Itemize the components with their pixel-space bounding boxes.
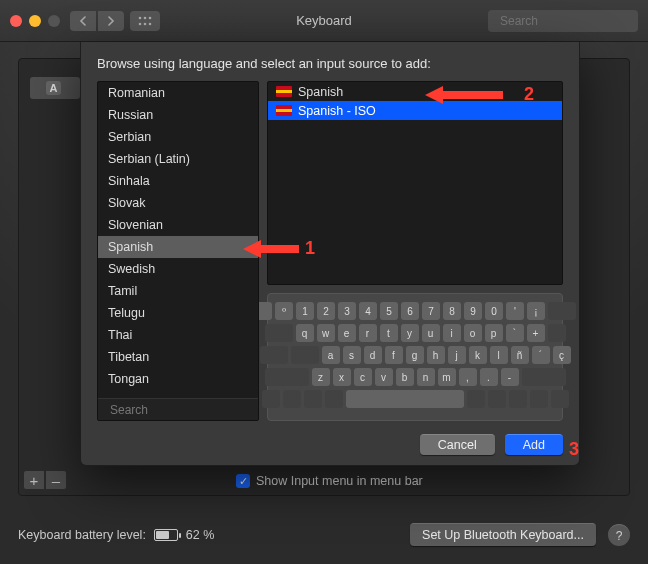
key [265,324,293,342]
key: 4 [359,302,377,320]
add-remove-sources: + – [23,470,67,490]
key [530,390,548,408]
source-item[interactable]: Spanish - ISO [268,101,562,120]
key: x [333,368,351,386]
key [260,346,288,364]
language-item[interactable]: Tibetan [98,346,258,368]
source-list[interactable]: SpanishSpanish - ISO [267,81,563,285]
key [467,390,485,408]
minimize-window-button[interactable] [29,15,41,27]
key: ´ [532,346,550,364]
zoom-window-button [48,15,60,27]
key: y [401,324,419,342]
language-item[interactable]: Slovak [98,192,258,214]
language-item[interactable]: Russian [98,104,258,126]
show-input-menu-checkbox[interactable]: ✓ [236,474,250,488]
key: 7 [422,302,440,320]
window-controls [10,15,60,27]
language-search-input[interactable] [108,402,259,418]
input-source-item-behind [30,77,80,99]
source-item[interactable]: Spanish [268,82,562,101]
nav-buttons [70,11,124,31]
key: v [375,368,393,386]
key: ç [553,346,571,364]
key [551,390,569,408]
svg-point-4 [144,22,147,25]
language-list[interactable]: RomanianRussianSerbianSerbian (Latin)Sin… [97,81,259,421]
show-input-menu-label: Show Input menu in menu bar [256,474,423,488]
help-button[interactable]: ? [608,524,630,546]
battery-status: Keyboard battery level: 62 % [18,528,214,542]
language-search[interactable] [98,398,258,420]
language-item[interactable]: Slovenian [98,214,258,236]
source-label: Spanish [298,85,343,99]
battery-percent: 62 % [186,528,215,542]
key [548,302,576,320]
language-item[interactable]: Thai [98,324,258,346]
key [265,368,309,386]
language-item[interactable]: Tongan [98,368,258,390]
key: t [380,324,398,342]
key [262,390,280,408]
key: w [317,324,335,342]
language-item[interactable]: Romanian [98,82,258,104]
key: . [480,368,498,386]
key: 2 [317,302,335,320]
key: 3 [338,302,356,320]
key: b [396,368,414,386]
prefs-search[interactable] [488,10,638,32]
language-item[interactable]: Telugu [98,302,258,324]
close-window-button[interactable] [10,15,22,27]
key: p [485,324,503,342]
key: º [275,302,293,320]
key: m [438,368,456,386]
language-item[interactable]: Serbian [98,126,258,148]
language-item[interactable]: Swedish [98,258,258,280]
prefs-search-input[interactable] [498,13,648,29]
language-item[interactable]: Spanish [98,236,258,258]
key [346,390,464,408]
add-source-button[interactable]: + [23,470,45,490]
key: h [427,346,445,364]
key: u [422,324,440,342]
show-input-menu-row[interactable]: ✓ Show Input menu in menu bar [236,474,423,488]
key: ' [506,302,524,320]
language-item[interactable]: Sinhala [98,170,258,192]
key: ¡ [527,302,545,320]
key [283,390,301,408]
battery-icon [154,529,178,541]
key: a [322,346,340,364]
key: f [385,346,403,364]
key: o [464,324,482,342]
titlebar: Keyboard [0,0,648,42]
key: k [469,346,487,364]
battery-label: Keyboard battery level: [18,528,146,542]
key: 9 [464,302,482,320]
key: g [406,346,424,364]
key: 0 [485,302,503,320]
forward-button[interactable] [98,11,124,31]
language-item[interactable]: Serbian (Latin) [98,148,258,170]
key: 5 [380,302,398,320]
remove-source-button[interactable]: – [45,470,67,490]
sheet-instruction: Browse using language and select an inpu… [97,56,563,71]
key [291,346,319,364]
key: 1 [296,302,314,320]
back-button[interactable] [70,11,96,31]
add-button[interactable]: Add [505,434,563,455]
key: , [459,368,477,386]
key: 6 [401,302,419,320]
show-all-button[interactable] [130,11,160,31]
cancel-button[interactable]: Cancel [420,434,495,455]
flag-icon [276,86,292,97]
key: d [364,346,382,364]
key: - [501,368,519,386]
add-input-source-sheet: Browse using language and select an inpu… [80,42,580,466]
key [548,324,566,342]
setup-bluetooth-button[interactable]: Set Up Bluetooth Keyboard... [410,523,596,546]
key: n [417,368,435,386]
svg-point-1 [144,16,147,19]
language-item[interactable]: Tamil [98,280,258,302]
key: j [448,346,466,364]
keyboard-preview: º1234567890'¡qwertyuiop`+asdfghjklñ´çzxc… [267,293,563,421]
